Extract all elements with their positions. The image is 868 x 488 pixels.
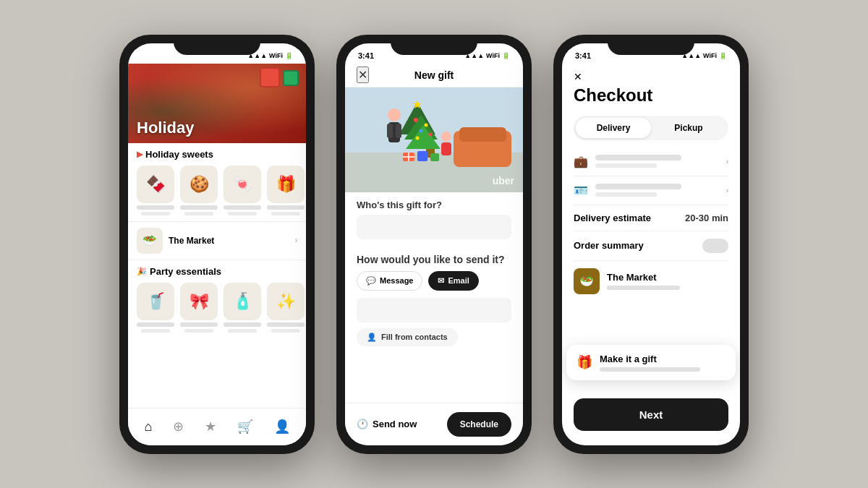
time-2: 3:41 (358, 51, 374, 60)
market-info: The Market (607, 272, 728, 290)
svg-rect-25 (430, 153, 439, 161)
nav-search[interactable]: ⊕ (173, 419, 184, 435)
list-item[interactable]: 🍬 (224, 166, 261, 215)
time-3: 3:41 (575, 51, 591, 60)
screen-2: 3:41 ▲▲▲ WiFi 🔋 ✕ New gift (345, 43, 523, 445)
deco-box-green (283, 70, 299, 86)
item-label (224, 205, 261, 210)
bottom-bar: 🕐 Send now Schedule (345, 403, 523, 445)
status-icons-2: ▲▲▲ WiFi 🔋 (464, 52, 510, 59)
fill-contacts-button[interactable]: 👤 Fill from contacts (357, 328, 458, 346)
message-icon: 💬 (366, 276, 376, 286)
party-icon: 🎉 (137, 267, 147, 276)
modal-title: New gift (414, 69, 454, 81)
bottom-nav: ⌂ ⊕ ★ 🛒 👤 (128, 408, 306, 445)
item-image: ✨ (267, 283, 305, 320)
close-checkout-button[interactable]: ✕ (574, 71, 728, 82)
schedule-button[interactable]: Schedule (447, 412, 511, 437)
item-image: 🍫 (137, 166, 174, 203)
item-label (224, 322, 261, 327)
contact-line2 (595, 192, 657, 197)
contacts-icon: 👤 (367, 333, 377, 342)
svg-point-11 (420, 129, 423, 132)
item-sub (271, 329, 300, 333)
notch-1 (174, 35, 260, 55)
close-button[interactable]: ✕ (357, 67, 369, 83)
battery-icon: 🔋 (285, 52, 293, 59)
nav-favorites[interactable]: ★ (205, 419, 216, 435)
svg-point-9 (414, 118, 418, 122)
svg-point-15 (388, 108, 401, 121)
hero-decoration (260, 67, 299, 87)
email-icon: ✉ (438, 276, 444, 286)
battery-icon: 🔋 (502, 52, 510, 59)
notch-3 (608, 35, 694, 55)
svg-rect-17 (387, 124, 393, 138)
chevron-right-icon: › (726, 187, 728, 194)
store-name: The Market (169, 236, 214, 246)
address-row[interactable]: 💼 › (574, 147, 728, 176)
tab-pickup[interactable]: Pickup (651, 118, 726, 138)
make-gift-title: Make it a gift (600, 354, 726, 364)
checkout-header: ✕ Checkout (562, 64, 740, 108)
order-summary-toggle[interactable] (702, 239, 728, 253)
email-input[interactable] (357, 298, 511, 322)
tab-delivery[interactable]: Delivery (576, 118, 651, 138)
item-label (137, 322, 174, 327)
svg-point-10 (425, 123, 428, 127)
phone-3: 3:41 ▲▲▲ WiFi 🔋 ✕ Checkout Delivery Pick… (553, 35, 749, 454)
store-row[interactable]: 🥗 The Market › (128, 221, 306, 260)
contact-info (595, 184, 719, 197)
nav-home[interactable]: ⌂ (144, 419, 152, 435)
item-image: 🥤 (137, 283, 174, 320)
next-button[interactable]: Next (574, 398, 728, 431)
address-info (595, 155, 719, 168)
checkout-content: Delivery Pickup 💼 › 🪪 › (562, 116, 740, 301)
item-label (137, 205, 174, 210)
wifi-icon: WiFi (486, 52, 500, 59)
svg-rect-20 (441, 142, 451, 155)
item-image: 🎀 (180, 283, 218, 320)
gift-tooltip-sub (600, 367, 700, 372)
gift-for-section: Who's this gift for? (345, 192, 523, 247)
market-sub (607, 286, 680, 290)
screen-3: 3:41 ▲▲▲ WiFi 🔋 ✕ Checkout Delivery Pick… (562, 43, 740, 445)
item-image: 🍬 (224, 166, 261, 203)
send-now-option[interactable]: 🕐 Send now (357, 419, 417, 429)
chevron-right-icon: › (295, 236, 297, 244)
hero-title: Holiday (137, 119, 194, 137)
nav-cart[interactable]: 🛒 (237, 419, 253, 435)
send-method-label: How would you like to send it? (357, 254, 511, 265)
gift-for-input[interactable] (357, 215, 511, 239)
delivery-estimate-label: Delivery estimate (574, 213, 651, 223)
list-item[interactable]: 🧴 (224, 283, 261, 333)
section-holiday-sweets: ▶ Holiday sweets (128, 143, 306, 163)
id-icon: 🪪 (574, 184, 588, 197)
sweets-row: 🍫 🍪 🍬 🎁 (128, 163, 306, 221)
list-item[interactable]: 🎀 (180, 283, 218, 333)
list-item[interactable]: 🍪 (180, 166, 218, 215)
list-item[interactable]: 🍫 (137, 166, 174, 215)
fire-icon: ▶ (137, 150, 142, 159)
nav-account[interactable]: 👤 (274, 419, 290, 435)
order-summary-row: Order summary (574, 231, 728, 261)
svg-rect-18 (396, 124, 401, 138)
section-party-essentials: 🎉 Party essentials (128, 260, 306, 280)
make-it-gift-tooltip[interactable]: 🎁 Make it a gift (566, 345, 736, 380)
party-row: 🥤 🎀 🧴 ✨ (128, 280, 306, 338)
item-sub (228, 212, 257, 215)
message-button[interactable]: 💬 Message (357, 271, 422, 291)
list-item[interactable]: 🥤 (137, 283, 174, 333)
market-row[interactable]: 🥗 The Market (574, 261, 728, 301)
deco-box-red (260, 67, 280, 87)
item-sub (271, 212, 300, 215)
email-button[interactable]: ✉ Email (428, 271, 478, 291)
svg-point-19 (441, 132, 451, 142)
contact-line1 (595, 184, 681, 189)
list-item[interactable]: ✨ (267, 283, 305, 333)
store-image: 🥗 (137, 228, 163, 254)
list-item[interactable]: 🎁 (267, 166, 305, 215)
checkout-title: Checkout (574, 85, 728, 106)
item-image: 🎁 (267, 166, 305, 203)
contact-row[interactable]: 🪪 › (574, 176, 728, 205)
